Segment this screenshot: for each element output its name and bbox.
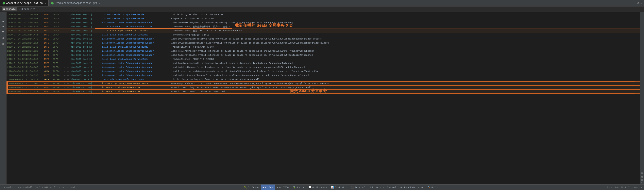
log-message: [reduceBalance] 开始扣减用户 1 余额 [171,45,639,49]
log-dashes: ---- [64,65,69,69]
status-statistic[interactable]: 📊 Statistic [329,184,349,190]
minimize-icon[interactable]: — [641,2,642,5]
log-class: c.i.s.l.a.s.impl.AccountServiceImpl [102,45,166,49]
log-thread: [nio-8083-exec-1] [69,13,102,17]
event-log-label[interactable]: Event Log [607,186,619,188]
sidebar-icon-filter[interactable]: ☰ [1,30,6,35]
log-line: 2020-04-06 22:22:56.470 INFO 99794 ---- … [6,37,640,41]
log-pid: 99794 [53,45,64,49]
log-thread: [nio-8083-exec-1] [69,41,102,45]
status-buttons: 🐛 5: Debug ▶ 4: Run ✓ 6: TODO 🍃 Spring 💬… [242,184,440,190]
status-spring[interactable]: 🍃 Spring [291,184,306,190]
status-build[interactable]: 🔨 Build [426,184,440,190]
log-dashes: ---- [64,53,69,57]
sidebar-icon-settings[interactable]: ⚙ [1,36,6,41]
account-tab-close[interactable]: ✕ [45,2,46,5]
log-timestamp: 2020-04-06 22:22:56.628 [7,49,44,53]
log-level: WARN [44,70,53,73]
statistic-icon: 📊 [331,186,334,189]
log-separator: : [166,70,171,73]
product-tab-close[interactable]: ✕ [99,2,100,5]
log-separator: : [166,53,171,57]
log-class: c.a.c.web.SeataHandlerInterceptor [102,78,166,81]
debug-icon: 🐛 [244,186,247,189]
log-class: i.s.common.loader.EnhancedServiceLoader [102,65,166,69]
log-dashes: ---- [64,70,69,73]
log-message: [reduceBalance] 扣除用户 1 余额成功 [171,57,639,61]
sidebar-icon-scroll-top[interactable]: ↑ [1,13,6,18]
status-debug[interactable]: 🐛 5: Debug [242,184,261,190]
log-class: i.s.common.loader.EnhancedServiceLoader [102,41,166,45]
status-java-enterprise[interactable]: Je Java Enterprise [398,184,426,190]
log-line: 2020-04-06 22:22:56.629 INFO 99794 ---- … [6,53,640,57]
log-pid: 99794 [53,57,64,61]
log-level: INFO [44,86,53,89]
log-timestamp: 2020-04-06 22:22:56.543 [7,45,44,49]
log-line: 2020-04-06 22:22:56.366 INFO 99794 ---- … [6,21,640,25]
log-level: INFO [44,29,53,33]
log-thread: [nio-8083-exec-1] [69,53,102,57]
log-line: 2020-04-06 22:22:56.690 WARN 99794 ---- … [6,69,640,73]
toolbar: ▤ Console ⬡ Endpoints [0,7,644,12]
log-message: Branch committing: 10.37.129.2:28091:403… [171,86,639,89]
tab-product[interactable]: ⬤ ProductServiceApplication (2) ✕ [48,0,103,6]
status-version-control[interactable]: ↑ 9: Version Control [368,184,398,190]
log-container[interactable]: 2020-04-06 22:22:56.348 INFO 99794 ---- … [6,12,640,184]
log-separator: : [166,78,171,81]
settings-icon[interactable]: ⚙ [637,2,639,5]
log-timestamp: 2020-04-06 22:22:56.353 [7,17,44,21]
log-message: xid in change during RPC from 10.37.129.… [171,78,639,81]
log-level: INFO [44,65,53,69]
status-todo[interactable]: ✓ 6: TODO [275,184,291,190]
log-line: 2020-04-06 22:22:56.628 INFO 99794 ---- … [6,49,640,53]
run-label: 4: Run [265,186,273,188]
log-level: INFO [44,13,53,17]
console-button[interactable]: ▤ Console [2,7,18,11]
log-thread: [nio-8083-exec-1] [69,37,102,41]
log-line: 2020-04-06 22:22:57.000 INFO 99794 ---- … [6,81,640,85]
account-tab-label: AccountServiceApplication [6,2,43,5]
log-thread: [nio-8083-exec-1] [69,29,102,33]
log-line: 2020-04-06 22:22:56.428 INFO 99794 ---- … [6,25,640,29]
log-thread: [nio-8083-exec-1] [69,33,102,37]
sidebar-icon-scroll-up[interactable]: ▲ [1,19,6,24]
log-dashes: ---- [64,17,69,21]
log-thread: [nio-8083-exec-1] [69,25,102,29]
log-pid: 99794 [53,74,64,77]
endpoints-button[interactable]: ⬡ Endpoints [18,7,37,11]
log-level: INFO [44,21,53,25]
status-right: Event Log 22:1 Git: master [607,186,644,188]
log-dashes: ---- [64,82,69,85]
spring-icon: 🍃 [293,186,296,189]
log-separator: : [166,29,171,33]
log-timestamp: 2020-04-06 22:22:56.348 [7,13,44,17]
log-dashes: ---- [64,90,69,93]
status-run[interactable]: ▶ 4: Run [261,184,275,190]
log-timestamp: 2020-04-06 22:22:56.729 [7,78,44,81]
log-pid: 99794 [53,25,64,29]
status-messages[interactable]: 💬 0: Messages [306,184,329,190]
log-message: load TableMetaCache[mysql] extension by … [171,53,639,57]
sidebar-icon-scroll-down[interactable]: ▼ [1,24,6,29]
todo-label: 6: TODO [279,186,288,188]
build-icon: 🔨 [428,186,431,189]
log-timestamp: 2020-04-06 22:22:56.514 [7,41,44,45]
log-pid: 99794 [53,61,64,65]
status-terminal[interactable]: ⬛ Terminal [349,184,368,190]
sidebar-icon-clear[interactable]: 🗑 [1,41,6,46]
log-level: INFO [44,49,53,53]
log-dashes: ---- [64,61,69,65]
log-pid: 99794 [53,90,64,93]
log-dashes: ---- [64,13,69,17]
log-message: load ContextCore[null] extension by clas… [171,21,639,25]
log-message: [reduceBalance] 当前 XID: 10.37.129.2:2809… [171,29,639,33]
log-level: INFO [44,25,53,29]
log-separator: : [166,49,171,53]
log-separator: : [166,41,171,45]
log-line: 2020-04-06 22:22:56.514 INFO 99794 ---- … [6,41,640,45]
log-thread: [nio-8083-exec-1] [69,65,102,69]
log-line: 2020-04-06 22:22:56.353 INFO 99794 ---- … [6,17,640,21]
tab-account[interactable]: ⬤ AccountServiceApplication ✕ [0,0,48,6]
log-thread: [nio-8083-exec-1] [69,17,102,21]
main-area: ↑ ▲ ▼ ☰ ⚙ 🗑 2020-04-06 22:22:56.348 INFO… [0,12,644,184]
